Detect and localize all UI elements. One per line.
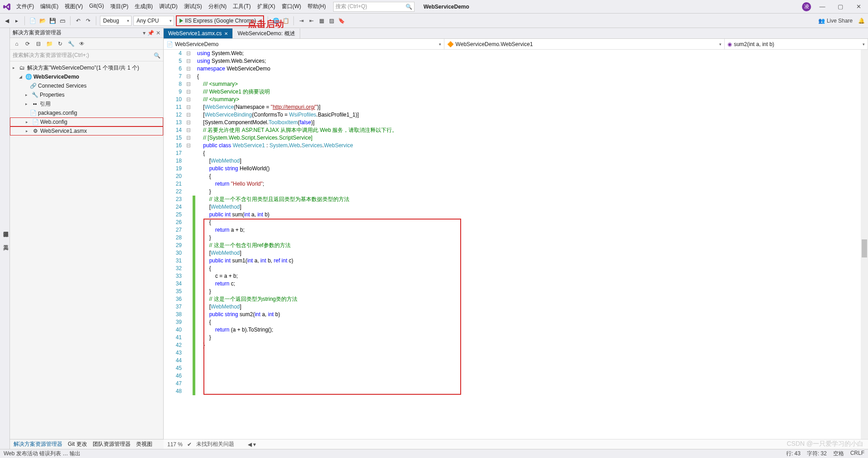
config-dropdown[interactable]: Debug	[100, 16, 132, 26]
menu-item[interactable]: 调试(D)	[156, 1, 180, 12]
main-menu: 文件(F)编辑(E)视图(V)Git(G)项目(P)生成(B)调试(D)测试(S…	[14, 1, 329, 12]
tree-item[interactable]: 🔗Connected Services	[10, 81, 163, 90]
props-icon[interactable]: 🔧	[67, 40, 75, 48]
editor-statusbar: 117 % ✔ 未找到相关问题 ◀ ▾	[164, 439, 868, 449]
status-crlf[interactable]: CRLF	[850, 450, 864, 458]
open-icon[interactable]: 📂	[38, 17, 47, 25]
menu-item[interactable]: 帮助(H)	[305, 1, 329, 12]
uncomment-icon[interactable]: ▨	[327, 17, 335, 25]
play-icon	[179, 19, 183, 23]
menu-item[interactable]: 视图(V)	[62, 1, 85, 12]
issue-icon[interactable]: ✔	[187, 441, 192, 448]
undo-icon[interactable]: ↶	[74, 17, 82, 25]
home-icon[interactable]: ⌂	[13, 40, 21, 48]
nav-fwd-icon[interactable]: ▸	[13, 17, 21, 25]
menu-item[interactable]: 测试(S)	[181, 1, 205, 12]
status-spaces[interactable]: 空格	[833, 450, 844, 458]
close-button[interactable]: ✕	[852, 3, 865, 10]
tool-icon-1[interactable]: 📋	[282, 17, 290, 25]
nav-scope[interactable]: 📄WebServiceDemo	[164, 39, 444, 49]
menu-item[interactable]: 分析(N)	[206, 1, 230, 12]
bottom-tab[interactable]: 类视图	[136, 440, 152, 448]
platform-dropdown[interactable]: Any CPU	[133, 16, 174, 26]
menu-item[interactable]: 编辑(E)	[38, 1, 61, 12]
menu-item[interactable]: 工具(T)	[230, 1, 253, 12]
notifications-icon[interactable]: 🔔	[857, 17, 865, 25]
comment-icon[interactable]: ▦	[317, 17, 326, 25]
method-icon: ◉	[727, 41, 732, 47]
class-icon: 🔶	[447, 41, 454, 47]
bottom-tab[interactable]: 团队资源管理器	[93, 440, 131, 448]
tab-active[interactable]: WebService1.asmx.cs✕	[164, 28, 233, 38]
run-button[interactable]: IIS Express (Google Chrome)	[176, 15, 264, 26]
item-label: Connected Services	[38, 83, 86, 89]
panel-toolbar: ⌂ ⟳ ⊟ 📁 ↻ 🔧 👁	[10, 38, 163, 50]
project-name: WebServiceDemo	[424, 4, 469, 10]
scrollbar[interactable]	[861, 50, 868, 439]
code-area[interactable]: 4567891011121314151617181920212223242526…	[164, 50, 868, 439]
refresh-icon[interactable]: ↻	[56, 40, 64, 48]
item-label: Web.config	[40, 119, 67, 125]
maximize-button[interactable]: ▢	[834, 3, 847, 10]
panel-search[interactable]: 搜索解决方案资源管理器(Ctrl+;) 🔍	[10, 50, 163, 61]
menu-item[interactable]: 文件(F)	[14, 1, 37, 12]
status-left[interactable]: Web 发布活动 错误列表 … 输出	[4, 450, 80, 458]
tree-item[interactable]: ▸▪▪引用	[10, 99, 163, 108]
save-all-icon[interactable]: 🗃	[58, 17, 66, 25]
scroll-thumb[interactable]	[862, 239, 867, 257]
solution-node[interactable]: ▸🗂解决方案"WebServiceDemo"(1 个项目/共 1 个)	[10, 63, 163, 72]
bottom-tab[interactable]: Git 更改	[68, 440, 87, 448]
tab-label: WebServiceDemo: 概述	[237, 30, 295, 37]
tree-item-selected[interactable]: ▸⚙WebService1.asmx	[10, 126, 163, 136]
nav-label: WebServiceDemo	[175, 41, 218, 47]
new-project-icon[interactable]: 📄	[28, 17, 37, 25]
panel-title: 解决方案资源管理器	[13, 29, 61, 37]
showall-icon[interactable]: 📁	[45, 40, 53, 48]
code-text[interactable]: using System.Web;using System.Web.Servic…	[195, 50, 868, 439]
solution-explorer: 解决方案资源管理器 ▾📌✕ ⌂ ⟳ ⊟ 📁 ↻ 🔧 👁 搜索解决方案资源管理器(…	[10, 28, 164, 449]
project-label: WebServiceDemo	[33, 74, 79, 80]
preview-icon[interactable]: 👁	[78, 40, 86, 48]
project-node[interactable]: ◢🌐WebServiceDemo	[10, 72, 163, 81]
close-tab-icon[interactable]: ✕	[224, 31, 228, 36]
redo-icon[interactable]: ↷	[84, 17, 92, 25]
collapse-icon[interactable]: ⊟	[34, 40, 42, 48]
nav-bar: 📄WebServiceDemo 🔶WebServiceDemo.WebServi…	[164, 39, 868, 50]
nav-class[interactable]: 🔶WebServiceDemo.WebService1	[444, 39, 725, 49]
close-panel-icon[interactable]: ✕	[156, 30, 160, 36]
solution-label: 解决方案"WebServiceDemo"(1 个项目/共 1 个)	[27, 64, 139, 72]
bookmark-icon[interactable]: 🔖	[337, 17, 345, 25]
status-bar: Web 发布活动 错误列表 … 输出 行: 43 字符: 32 空格 CRLF	[0, 449, 868, 458]
liveshare-button[interactable]: 👥 Live Share	[818, 18, 853, 24]
menu-item[interactable]: 窗口(W)	[279, 1, 304, 12]
tree-item[interactable]: 📄packages.config	[10, 108, 163, 117]
save-icon[interactable]: 💾	[48, 17, 57, 25]
menu-item[interactable]: 扩展(X)	[255, 1, 278, 12]
avatar[interactable]: 凌	[802, 2, 811, 11]
sync-icon[interactable]: ⟳	[24, 40, 32, 48]
nav-icons[interactable]: ◀ ▾	[248, 441, 256, 448]
bottom-tab[interactable]: 解决方案资源管理器	[14, 440, 62, 448]
nav-member[interactable]: ◉sum2(int a, int b)	[725, 39, 868, 49]
pin-icon[interactable]: ▾	[143, 30, 146, 36]
item-label: Properties	[40, 92, 65, 98]
tab-inactive[interactable]: WebServiceDemo: 概述	[233, 28, 300, 38]
indent-icon[interactable]: ⇤	[307, 17, 316, 25]
nav-back-icon[interactable]: ◀	[3, 17, 11, 25]
panel-header: 解决方案资源管理器 ▾📌✕	[10, 28, 163, 38]
menu-item[interactable]: 项目(P)	[108, 1, 131, 12]
tree-item[interactable]: ▸🔧Properties	[10, 90, 163, 99]
search-box[interactable]: 搜索 (Ctrl+Q) 🔍	[333, 2, 415, 12]
browser-icon[interactable]: 🌐	[272, 17, 280, 25]
sidebar-bottom-tabs: 解决方案资源管理器Git 更改团队资源管理器类视图	[10, 439, 164, 449]
zoom-level[interactable]: 117 %	[167, 441, 183, 448]
menu-item[interactable]: 生成(B)	[132, 1, 156, 12]
search-icon: 🔍	[406, 4, 412, 10]
step-icon[interactable]: ⇥	[297, 17, 306, 25]
menu-item[interactable]: Git(G)	[86, 1, 107, 12]
config2-icon: 📄	[32, 119, 38, 125]
minimize-button[interactable]: —	[816, 3, 829, 10]
pin2-icon[interactable]: 📌	[147, 30, 154, 36]
fold-gutter[interactable]: ⊟⊟⊟⊟⊟⊟⊟⊟⊟⊟⊟⊟⊟	[186, 50, 193, 439]
tree-item[interactable]: ▸📄Web.config	[10, 117, 163, 126]
